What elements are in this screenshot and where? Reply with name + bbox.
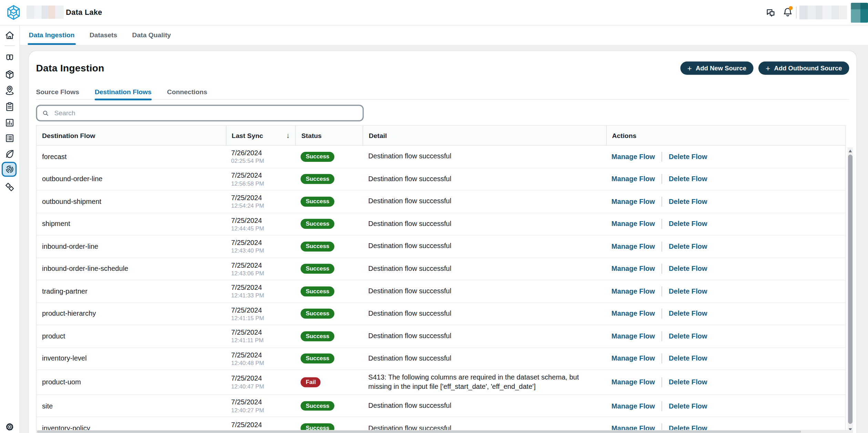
primary-tab-bar: Data Ingestion Datasets Data Quality [19, 25, 868, 45]
table-body: forecast7/26/202402:25:54 PMSuccessDesti… [37, 146, 845, 433]
button-label: Add New Source [696, 65, 746, 71]
add-outbound-source-button[interactable]: + Add Outbound Source [758, 61, 849, 75]
user-avatar[interactable] [851, 3, 868, 23]
search-input[interactable] [53, 109, 357, 118]
manage-flow-link[interactable]: Manage Flow [612, 243, 655, 250]
horizontal-scrollbar-thumb[interactable] [37, 430, 801, 433]
bar-chart-icon [4, 117, 15, 128]
status-cell: Success [295, 395, 363, 417]
detail-cell: Destination flow successful [363, 325, 606, 347]
manage-flow-link[interactable]: Manage Flow [612, 310, 655, 317]
tab-data-quality[interactable]: Data Quality [131, 25, 172, 45]
subtab-label: Destination Flows [95, 88, 152, 96]
sidebar-item-settings[interactable] [4, 421, 16, 433]
sidebar-item-data-lake[interactable] [4, 164, 16, 175]
page-title: Data Ingestion [36, 62, 104, 74]
sync-date: 7/25/2024 [231, 194, 262, 201]
app-logo-cube-icon [6, 4, 22, 21]
status-cell: Success [295, 235, 363, 257]
sync-time: 12:41:15 PM [231, 315, 264, 321]
sync-time: 12:43:40 PM [231, 247, 264, 254]
sync-date: 7/25/2024 [231, 421, 262, 429]
status-cell: Success [295, 213, 363, 235]
flow-name-cell: trading-partner [37, 281, 225, 302]
delete-flow-link[interactable]: Delete Flow [669, 310, 707, 317]
table-header: Destination Flow Last Sync ↓ Status Deta… [37, 126, 845, 146]
vertical-scrollbar-thumb[interactable] [848, 155, 852, 424]
actions-cell: Manage FlowDelete Flow [606, 190, 845, 212]
app-title: Data Lake [66, 8, 102, 17]
sidebar-item-home[interactable] [4, 29, 16, 41]
manage-flow-link[interactable]: Manage Flow [612, 355, 655, 362]
detail-cell: Destination flow successful [363, 235, 606, 257]
detail-cell: Destination flow successful [363, 395, 606, 417]
sync-time: 02:25:54 PM [231, 157, 264, 164]
last-sync-cell: 7/25/202412:40:48 PM [225, 348, 295, 370]
sidebar-divider [4, 46, 15, 46]
delete-flow-link[interactable]: Delete Flow [669, 198, 707, 205]
sidebar-item-modules[interactable] [4, 181, 16, 193]
delete-flow-link[interactable]: Delete Flow [669, 265, 707, 273]
manage-flow-link[interactable]: Manage Flow [612, 198, 655, 205]
manage-flow-link[interactable]: Manage Flow [612, 287, 655, 295]
delete-flow-link[interactable]: Delete Flow [669, 243, 707, 250]
search-box[interactable] [36, 105, 364, 121]
delete-flow-link[interactable]: Delete Flow [669, 355, 707, 362]
sidebar-item-insights[interactable] [4, 52, 16, 64]
sidebar-item-plans[interactable] [4, 101, 16, 112]
delete-flow-link[interactable]: Delete Flow [669, 175, 707, 183]
last-sync-cell: 7/25/202412:56:58 PM [225, 168, 295, 190]
tab-datasets[interactable]: Datasets [88, 25, 118, 45]
column-header-detail[interactable]: Detail [363, 126, 606, 145]
sidebar-item-network[interactable] [4, 84, 16, 96]
status-cell: Success [295, 348, 363, 370]
table-row: product-uom7/25/202412:40:47 PMFailS413:… [37, 370, 845, 395]
delete-flow-link[interactable]: Delete Flow [669, 378, 707, 386]
actions-divider [662, 331, 662, 341]
manage-flow-link[interactable]: Manage Flow [612, 332, 655, 340]
delete-flow-link[interactable]: Delete Flow [669, 220, 707, 228]
sort-desc-icon[interactable]: ↓ [286, 131, 290, 140]
sidebar-item-orders[interactable] [4, 69, 16, 80]
sync-time: 12:54:24 PM [231, 203, 264, 209]
notification-dot [789, 6, 793, 10]
delete-flow-link[interactable]: Delete Flow [669, 402, 707, 410]
manage-flow-link[interactable]: Manage Flow [612, 402, 655, 410]
sidebar-item-sustainability[interactable] [4, 148, 16, 160]
table-row: product-hierarchy7/25/202412:41:15 PMSuc… [37, 303, 845, 325]
sidebar-item-worklists[interactable] [4, 132, 16, 144]
status-badge: Fail [301, 377, 321, 387]
manage-flow-link[interactable]: Manage Flow [612, 378, 655, 386]
manage-flow-link[interactable]: Manage Flow [612, 175, 655, 183]
subtab-destination-flows[interactable]: Destination Flows [95, 85, 152, 99]
delete-flow-link[interactable]: Delete Flow [669, 332, 707, 340]
topbar-divider [796, 7, 797, 18]
sync-date: 7/25/2024 [231, 375, 262, 382]
manage-flow-link[interactable]: Manage Flow [612, 220, 655, 228]
status-cell: Success [295, 258, 363, 280]
vertical-scrollbar[interactable] [848, 147, 853, 433]
column-header-destination-flow[interactable]: Destination Flow [37, 126, 225, 145]
scroll-up-button[interactable] [849, 150, 852, 152]
delete-flow-link[interactable]: Delete Flow [669, 153, 707, 160]
tab-data-ingestion[interactable]: Data Ingestion [28, 25, 75, 45]
chat-feedback-icon[interactable] [765, 7, 776, 18]
actions-cell: Manage FlowDelete Flow [606, 348, 845, 370]
detail-cell: Destination flow successful [363, 190, 606, 212]
last-sync-cell: 7/25/202412:40:47 PM [225, 370, 295, 394]
delete-flow-link[interactable]: Delete Flow [669, 287, 707, 295]
table-row: site7/25/202412:40:27 PMSuccessDestinati… [37, 395, 845, 417]
add-new-source-button[interactable]: + Add New Source [680, 61, 754, 75]
horizontal-scrollbar[interactable] [36, 430, 853, 433]
detail-cell: Destination flow successful [363, 146, 606, 167]
sync-date: 7/25/2024 [231, 239, 262, 247]
subtab-connections[interactable]: Connections [167, 85, 208, 99]
table-row: product7/25/202412:41:11 PMSuccessDestin… [37, 325, 845, 348]
column-header-last-sync[interactable]: Last Sync ↓ [225, 126, 295, 145]
sidebar-item-analytics[interactable] [4, 117, 16, 129]
column-header-status[interactable]: Status [295, 126, 363, 145]
subtab-source-flows[interactable]: Source Flows [36, 85, 79, 99]
table-row: forecast7/26/202402:25:54 PMSuccessDesti… [37, 146, 845, 168]
manage-flow-link[interactable]: Manage Flow [612, 265, 655, 273]
manage-flow-link[interactable]: Manage Flow [612, 153, 655, 160]
